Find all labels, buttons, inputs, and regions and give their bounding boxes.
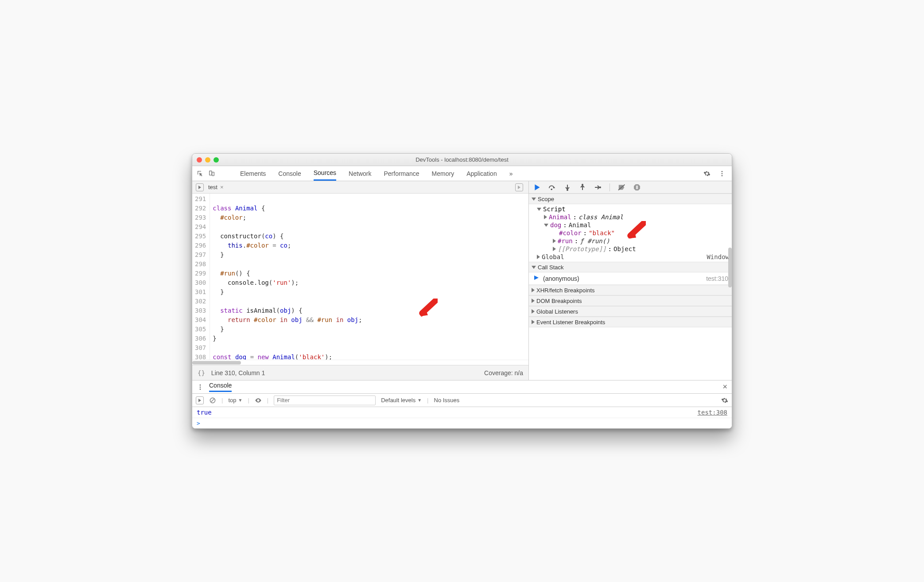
global-listeners-head[interactable]: Global Listeners [529, 306, 732, 317]
console-output-row: true test:308 [192, 407, 732, 418]
chevron-right-icon [532, 299, 535, 303]
scope-key: #run [558, 237, 573, 244]
kebab-menu-icon[interactable] [718, 170, 726, 177]
debugger-pane: Scope Script Animal: class Animal dog: A… [529, 181, 732, 380]
horizontal-scrollbar-thumb[interactable] [192, 361, 241, 365]
code-editor[interactable]: 2912922932942952962972982993003013023033… [192, 194, 528, 360]
dom-breakpoints-head[interactable]: DOM Breakpoints [529, 295, 732, 306]
deactivate-breakpoints-icon[interactable] [618, 183, 626, 191]
log-levels-selector[interactable]: Default levels ▼ [381, 397, 422, 404]
svg-point-14 [200, 388, 201, 390]
cursor-position-label: Line 310, Column 1 [211, 369, 265, 376]
tab-application[interactable]: Application [466, 166, 497, 181]
svg-point-3 [722, 173, 723, 174]
kebab-menu-icon[interactable] [197, 384, 204, 391]
tab-elements[interactable]: Elements [240, 166, 266, 181]
console-tab[interactable]: Console [209, 382, 232, 392]
device-toggle-icon[interactable] [208, 170, 215, 177]
chevron-right-icon [544, 215, 547, 219]
tab-memory[interactable]: Memory [432, 166, 454, 181]
scope-global-entry[interactable]: Global Window [529, 253, 732, 261]
editor-tabs: test × [192, 181, 528, 194]
scope-proto-entry[interactable]: [[Prototype]]: Object [529, 245, 732, 253]
scope-animal-entry[interactable]: Animal: class Animal [529, 213, 732, 221]
step-over-icon[interactable] [548, 183, 556, 191]
callstack-label: Call Stack [538, 264, 564, 271]
file-tab-label: test [208, 184, 217, 190]
navigator-toggle-icon[interactable] [196, 183, 204, 191]
svg-point-8 [599, 186, 601, 188]
window-minimize-button[interactable] [205, 157, 210, 163]
callstack-location: test:310 [706, 275, 728, 282]
file-tab-test[interactable]: test × [208, 184, 224, 190]
svg-point-12 [200, 384, 201, 386]
console-toolbar: | top ▼ | | Default levels ▼ | No Issues [192, 394, 732, 407]
annotation-arrow-icon [418, 299, 438, 318]
callstack-section-head[interactable]: Call Stack [529, 262, 732, 272]
debugger-toolbar [529, 181, 732, 194]
tab-sources[interactable]: Sources [314, 166, 336, 181]
svg-point-6 [567, 189, 568, 191]
current-frame-icon [533, 275, 540, 282]
inspect-element-icon[interactable] [197, 170, 204, 177]
live-expression-icon[interactable] [255, 397, 262, 404]
issues-button[interactable]: No Issues [434, 397, 460, 404]
svg-point-5 [551, 188, 552, 190]
console-filter-input[interactable] [274, 396, 376, 405]
tabs-overflow[interactable]: » [509, 166, 513, 181]
snippet-run-icon[interactable] [515, 183, 523, 191]
console-drawer-tabs: Console × [192, 380, 732, 394]
callstack-entry[interactable]: (anonymous) test:310 [529, 272, 732, 285]
scope-key: dog [550, 221, 561, 229]
chevron-down-icon [532, 198, 536, 201]
window-zoom-button[interactable] [214, 157, 219, 163]
horizontal-scrollbar[interactable] [192, 360, 528, 365]
callstack-name: (anonymous) [543, 275, 579, 282]
svg-point-4 [722, 175, 723, 176]
console-prompt[interactable]: > [192, 418, 732, 428]
pretty-print-icon[interactable]: {} [198, 369, 205, 376]
scope-label: Scope [538, 196, 554, 202]
scope-section-head[interactable]: Scope [529, 194, 732, 204]
svg-point-2 [722, 171, 723, 172]
console-settings-gear-icon[interactable] [721, 397, 728, 404]
line-gutter: 2912922932942952962972982993003013023033… [192, 194, 210, 360]
context-selector[interactable]: top ▼ [228, 397, 242, 404]
chevron-right-icon [532, 320, 535, 324]
chevron-down-icon [532, 266, 536, 269]
titlebar: DevTools - localhost:8080/demo/test [192, 154, 732, 166]
window-close-button[interactable] [197, 157, 202, 163]
step-into-icon[interactable] [563, 183, 571, 191]
scope-dog-color-entry[interactable]: #color: "black" [529, 229, 732, 237]
close-tab-icon[interactable]: × [220, 184, 224, 190]
step-out-icon[interactable] [578, 183, 586, 191]
console-sidebar-toggle-icon[interactable] [196, 396, 204, 404]
tab-performance[interactable]: Performance [384, 166, 419, 181]
tab-network[interactable]: Network [349, 166, 371, 181]
coverage-label: Coverage: n/a [484, 369, 523, 376]
xhr-breakpoints-head[interactable]: XHR/fetch Breakpoints [529, 285, 732, 295]
vertical-scrollbar-thumb[interactable] [728, 248, 732, 287]
scope-key: Animal [549, 213, 571, 221]
panel-tabs: Elements Console Sources Network Perform… [192, 166, 732, 181]
resume-button-icon[interactable] [533, 183, 541, 191]
scope-dog-entry[interactable]: dog: Animal [529, 221, 732, 229]
console-drawer: Console × | top ▼ | | Default levels [192, 380, 732, 428]
script-label: Script [543, 206, 566, 213]
settings-gear-icon[interactable] [703, 170, 710, 177]
svg-line-16 [211, 399, 214, 402]
scope-dog-run-entry[interactable]: #run: ƒ #run() [529, 237, 732, 245]
scope-key: Global [542, 253, 564, 260]
scope-key: #color [559, 229, 582, 237]
event-listener-breakpoints-head[interactable]: Event Listener Breakpoints [529, 317, 732, 327]
pause-exceptions-icon[interactable] [633, 183, 641, 191]
close-drawer-icon[interactable]: × [722, 382, 727, 392]
clear-console-icon[interactable] [209, 397, 216, 404]
scope-body: Script Animal: class Animal dog: Animal … [529, 204, 732, 262]
step-icon[interactable] [594, 183, 602, 191]
chevron-right-icon [553, 247, 556, 251]
console-result-location[interactable]: test:308 [698, 409, 727, 416]
scope-script-head[interactable]: Script [529, 205, 732, 213]
chevron-right-icon [537, 255, 540, 259]
tab-console[interactable]: Console [278, 166, 301, 181]
